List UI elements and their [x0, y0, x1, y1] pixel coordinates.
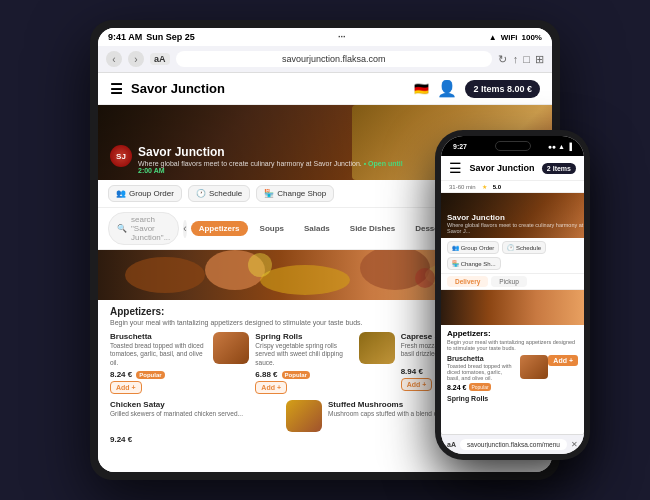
phone-menu-content: Appetizers: Begin your meal with tantali…	[441, 325, 584, 434]
menu-toggle[interactable]: ☰	[110, 81, 123, 97]
status-icons: ▲ WiFi 100%	[489, 33, 542, 42]
nav-back-button[interactable]: ‹	[183, 220, 186, 238]
phone-device: 9:27 ●● ▲ ▐ ☰ Savor Junction 2 Items 31-…	[435, 130, 590, 460]
forward-button[interactable]: ›	[128, 51, 144, 67]
cart-button[interactable]: 2 Items 8.00 €	[465, 80, 540, 98]
item-image	[359, 332, 395, 364]
menu-item-spring-rolls: Spring Rolls Crispy vegetable spring rol…	[255, 332, 394, 394]
item-price-row: 9.24 €	[110, 435, 322, 444]
share-icon[interactable]: ↑	[513, 53, 519, 66]
item-image	[286, 400, 322, 432]
phone-item-image	[520, 355, 548, 379]
phone-shop-icon: 🏪	[452, 261, 459, 267]
item-description: Grilled skewers of marinated chicken ser…	[110, 410, 282, 418]
category-appetizers[interactable]: Appetizers	[191, 221, 248, 236]
phone-menu-item-bruschetta: Bruschetta Toasted bread topped with dic…	[447, 355, 578, 391]
item-info: Bruschetta Toasted bread topped with dic…	[110, 332, 209, 367]
phone-group-order[interactable]: 👥 Group Order	[447, 241, 499, 254]
phone-delivery-row: Delivery Pickup	[441, 274, 584, 290]
search-box[interactable]: 🔍 search "Savor Junction"...	[108, 212, 179, 245]
category-soups[interactable]: Soups	[252, 221, 292, 236]
phone-item-info: Spring Rolls	[447, 395, 578, 402]
phone-rating: 5.0	[493, 184, 501, 190]
item-price-row: 6.88 € Popular	[255, 370, 394, 379]
url-bar[interactable]	[176, 51, 492, 67]
hero-description: Where global flavors meet to create culi…	[110, 160, 403, 174]
category-side-dishes[interactable]: Side Dishes	[342, 221, 403, 236]
phone-hero-title: Savor Junction	[447, 213, 584, 222]
text-size-button[interactable]: aA	[150, 53, 170, 65]
phone-item-name: Spring Rolls	[447, 395, 578, 402]
shop-icon: 🏪	[264, 189, 274, 198]
hero-content: SJ Savor Junction Where global flavors m…	[110, 145, 403, 174]
phone-delivery-button[interactable]: Delivery	[447, 276, 488, 287]
item-info: Spring Rolls Crispy vegetable spring rol…	[255, 332, 354, 367]
clock-icon: 🕐	[196, 189, 206, 198]
item-name: Spring Rolls	[255, 332, 354, 341]
schedule-button[interactable]: 🕐 Schedule	[188, 185, 250, 202]
tabs-icon[interactable]: ⊞	[535, 53, 544, 66]
svg-point-6	[415, 268, 435, 288]
wifi-icon: WiFi	[501, 33, 518, 42]
app-header-left: ☰ Savor Junction	[110, 81, 225, 97]
item-price: 6.88 €	[255, 370, 277, 379]
phone-rating-row: 31-60 min ★ 5.0	[441, 181, 584, 193]
phone-url-input[interactable]	[460, 439, 567, 450]
item-price: 8.94 €	[401, 367, 423, 376]
phone-menu-item-spring-rolls: Spring Rolls	[447, 395, 578, 402]
phone-url-bar: aA ✕	[441, 434, 584, 454]
svg-point-5	[248, 253, 272, 277]
menu-item-chicken-satay: Chicken Satay Grilled skewers of marinat…	[110, 400, 322, 444]
item-info: Chicken Satay Grilled skewers of marinat…	[110, 400, 282, 418]
change-shop-button[interactable]: 🏪 Change Shop	[256, 185, 334, 202]
item-price: 8.24 €	[110, 370, 132, 379]
phone-price-row: 8.24 € Popular	[447, 383, 516, 391]
phone-url-close[interactable]: ✕	[571, 440, 578, 449]
phone-section-heading: Appetizers:	[447, 329, 578, 338]
language-flag[interactable]: 🇩🇪	[414, 82, 429, 96]
phone-item-name: Bruschetta	[447, 355, 516, 362]
item-price-row: 8.24 € Popular	[110, 370, 249, 379]
item-top: Bruschetta Toasted bread topped with dic…	[110, 332, 249, 367]
phone-screen: 9:27 ●● ▲ ▐ ☰ Savor Junction 2 Items 31-…	[441, 136, 584, 454]
app-header-right: 🇩🇪 👤 2 Items 8.00 €	[414, 79, 540, 98]
phone-food-image	[441, 290, 584, 325]
phone-menu-toggle[interactable]: ☰	[449, 160, 462, 176]
group-icon: 👥	[116, 189, 126, 198]
group-order-button[interactable]: 👥 Group Order	[108, 185, 182, 202]
popular-badge: Popular	[136, 371, 164, 379]
item-description: Crispy vegetable spring rolls served wit…	[255, 342, 354, 367]
phone-item-desc: Toasted bread topped with diced tomatoes…	[447, 363, 516, 381]
popular-badge: Popular	[282, 371, 310, 379]
date-display: Sun Sep 25	[146, 32, 195, 42]
phone-popular-badge: Popular	[469, 383, 490, 391]
add-caprese-button[interactable]: Add +	[401, 378, 433, 391]
signal-icon: ▲	[489, 33, 497, 42]
item-price: 9.24 €	[110, 435, 132, 444]
phone-app-title: Savor Junction	[469, 163, 534, 173]
phone-status-bar: 9:27 ●● ▲ ▐	[441, 136, 584, 156]
reload-button[interactable]: ↻	[498, 53, 507, 66]
phone-schedule[interactable]: 🕐 Schedule	[502, 241, 546, 254]
bookmarks-icon[interactable]: □	[523, 53, 530, 66]
phone-change-shop[interactable]: 🏪 Change Sh...	[447, 257, 501, 270]
item-top: Spring Rolls Crispy vegetable spring rol…	[255, 332, 394, 367]
phone-text-size[interactable]: aA	[447, 441, 456, 448]
phone-time: 9:27	[453, 143, 467, 150]
phone-status-icons: ●● ▲ ▐	[548, 143, 572, 150]
add-bruschetta-button[interactable]: Add +	[110, 381, 142, 394]
app-title: Savor Junction	[131, 81, 225, 96]
item-name: Bruschetta	[110, 332, 209, 341]
back-button[interactable]: ‹	[106, 51, 122, 67]
phone-cart-button[interactable]: 2 Items	[542, 163, 576, 174]
person-icon[interactable]: 👤	[437, 79, 457, 98]
browser-action-icons: ↑ □ ⊞	[513, 53, 544, 66]
item-description: Toasted bread topped with diced tomatoes…	[110, 342, 209, 367]
phone-wifi: ▲	[558, 143, 565, 150]
add-spring-rolls-button[interactable]: Add +	[255, 381, 287, 394]
phone-pickup-button[interactable]: Pickup	[491, 276, 527, 287]
phone-battery: ▐	[567, 143, 572, 150]
category-salads[interactable]: Salads	[296, 221, 338, 236]
phone-add-bruschetta[interactable]: Add +	[548, 355, 578, 366]
phone-hero: Savor Junction Where global flavors meet…	[441, 193, 584, 238]
